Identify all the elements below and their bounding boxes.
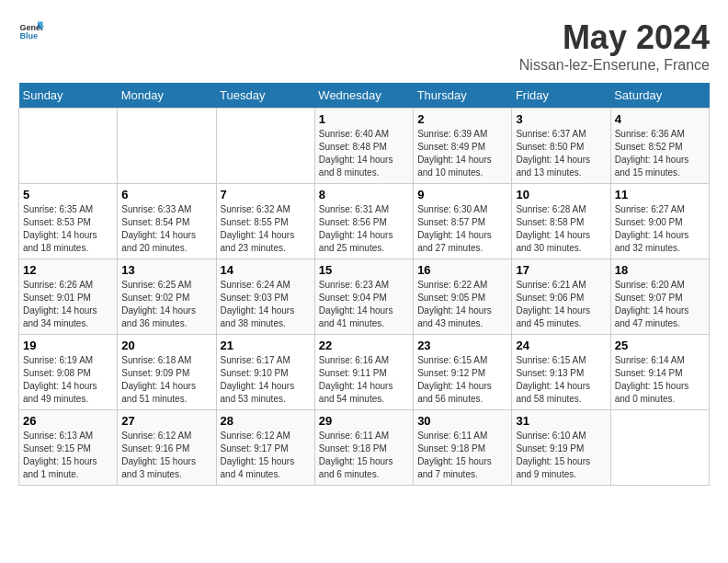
day-header-wednesday: Wednesday — [314, 83, 413, 109]
day-info: Sunrise: 6:15 AM Sunset: 9:12 PM Dayligh… — [417, 354, 507, 406]
day-cell: 17Sunrise: 6:21 AM Sunset: 9:06 PM Dayli… — [512, 259, 610, 335]
day-info: Sunrise: 6:14 AM Sunset: 9:14 PM Dayligh… — [615, 354, 705, 406]
day-number: 6 — [121, 188, 211, 201]
day-info: Sunrise: 6:28 AM Sunset: 8:58 PM Dayligh… — [516, 203, 606, 255]
day-cell: 7Sunrise: 6:32 AM Sunset: 8:55 PM Daylig… — [216, 184, 314, 259]
day-number: 14 — [221, 263, 311, 277]
day-info: Sunrise: 6:33 AM Sunset: 8:54 PM Dayligh… — [121, 203, 211, 255]
day-header-sunday: Sunday — [19, 83, 118, 109]
day-info: Sunrise: 6:12 AM Sunset: 9:16 PM Dayligh… — [121, 430, 211, 481]
day-number: 24 — [516, 339, 606, 352]
day-cell — [19, 109, 118, 184]
day-cell: 22Sunrise: 6:16 AM Sunset: 9:11 PM Dayli… — [314, 335, 413, 410]
day-header-monday: Monday — [118, 83, 216, 109]
day-cell: 1Sunrise: 6:40 AM Sunset: 8:48 PM Daylig… — [314, 109, 413, 184]
day-number: 29 — [319, 414, 409, 428]
day-number: 23 — [417, 339, 507, 352]
day-number: 26 — [23, 414, 113, 428]
day-cell: 2Sunrise: 6:39 AM Sunset: 8:49 PM Daylig… — [414, 109, 512, 184]
day-cell: 4Sunrise: 6:36 AM Sunset: 8:52 PM Daylig… — [610, 109, 709, 184]
calendar-body: 1Sunrise: 6:40 AM Sunset: 8:48 PM Daylig… — [19, 109, 710, 486]
day-info: Sunrise: 6:22 AM Sunset: 9:05 PM Dayligh… — [417, 279, 507, 330]
day-number: 13 — [121, 263, 211, 277]
calendar-header: SundayMondayTuesdayWednesdayThursdayFrid… — [19, 83, 710, 109]
day-cell: 12Sunrise: 6:26 AM Sunset: 9:01 PM Dayli… — [19, 259, 118, 335]
day-number: 31 — [516, 414, 606, 428]
day-number: 11 — [615, 188, 705, 201]
day-cell: 16Sunrise: 6:22 AM Sunset: 9:05 PM Dayli… — [414, 259, 512, 335]
day-info: Sunrise: 6:23 AM Sunset: 9:04 PM Dayligh… — [319, 279, 409, 330]
day-cell: 18Sunrise: 6:20 AM Sunset: 9:07 PM Dayli… — [610, 259, 709, 335]
day-info: Sunrise: 6:16 AM Sunset: 9:11 PM Dayligh… — [319, 354, 409, 406]
day-cell: 8Sunrise: 6:31 AM Sunset: 8:56 PM Daylig… — [314, 184, 413, 259]
day-info: Sunrise: 6:35 AM Sunset: 8:53 PM Dayligh… — [23, 203, 113, 255]
day-info: Sunrise: 6:10 AM Sunset: 9:19 PM Dayligh… — [516, 430, 606, 481]
day-header-tuesday: Tuesday — [216, 83, 314, 109]
logo: General Blue — [18, 18, 44, 44]
day-cell: 30Sunrise: 6:11 AM Sunset: 9:18 PM Dayli… — [414, 410, 512, 486]
day-cell: 14Sunrise: 6:24 AM Sunset: 9:03 PM Dayli… — [216, 259, 314, 335]
day-number: 17 — [516, 263, 606, 277]
day-number: 10 — [516, 188, 606, 201]
day-cell: 9Sunrise: 6:30 AM Sunset: 8:57 PM Daylig… — [414, 184, 512, 259]
day-info: Sunrise: 6:13 AM Sunset: 9:15 PM Dayligh… — [23, 430, 113, 481]
day-number: 5 — [23, 188, 113, 201]
day-cell: 27Sunrise: 6:12 AM Sunset: 9:16 PM Dayli… — [118, 410, 216, 486]
day-number: 19 — [23, 339, 113, 352]
day-info: Sunrise: 6:11 AM Sunset: 9:18 PM Dayligh… — [319, 430, 409, 481]
day-info: Sunrise: 6:20 AM Sunset: 9:07 PM Dayligh… — [615, 279, 705, 330]
day-cell: 11Sunrise: 6:27 AM Sunset: 9:00 PM Dayli… — [610, 184, 709, 259]
subtitle: Nissan-lez-Enserune, France — [519, 57, 710, 74]
day-header-friday: Friday — [512, 83, 610, 109]
day-cell: 28Sunrise: 6:12 AM Sunset: 9:17 PM Dayli… — [216, 410, 314, 486]
day-info: Sunrise: 6:18 AM Sunset: 9:09 PM Dayligh… — [121, 354, 211, 406]
week-row-4: 19Sunrise: 6:19 AM Sunset: 9:08 PM Dayli… — [19, 335, 710, 410]
day-number: 16 — [417, 263, 507, 277]
day-number: 30 — [417, 414, 507, 428]
day-info: Sunrise: 6:15 AM Sunset: 9:13 PM Dayligh… — [516, 354, 606, 406]
main-title: May 2024 — [519, 18, 710, 57]
svg-text:Blue: Blue — [19, 31, 38, 40]
day-cell: 31Sunrise: 6:10 AM Sunset: 9:19 PM Dayli… — [512, 410, 610, 486]
day-number: 8 — [319, 188, 409, 201]
day-info: Sunrise: 6:24 AM Sunset: 9:03 PM Dayligh… — [221, 279, 311, 330]
day-number: 15 — [319, 263, 409, 277]
day-cell: 13Sunrise: 6:25 AM Sunset: 9:02 PM Dayli… — [118, 259, 216, 335]
day-cell: 20Sunrise: 6:18 AM Sunset: 9:09 PM Dayli… — [118, 335, 216, 410]
day-number: 21 — [221, 339, 311, 352]
day-info: Sunrise: 6:12 AM Sunset: 9:17 PM Dayligh… — [221, 430, 311, 481]
calendar-table: SundayMondayTuesdayWednesdayThursdayFrid… — [18, 83, 710, 486]
day-cell: 6Sunrise: 6:33 AM Sunset: 8:54 PM Daylig… — [118, 184, 216, 259]
day-cell — [610, 410, 709, 486]
day-number: 3 — [516, 112, 606, 126]
logo-icon: General Blue — [18, 18, 44, 44]
day-info: Sunrise: 6:39 AM Sunset: 8:49 PM Dayligh… — [417, 128, 507, 179]
day-cell: 26Sunrise: 6:13 AM Sunset: 9:15 PM Dayli… — [19, 410, 118, 486]
day-number: 25 — [615, 339, 705, 352]
day-number: 28 — [221, 414, 311, 428]
day-number: 12 — [23, 263, 113, 277]
day-cell: 3Sunrise: 6:37 AM Sunset: 8:50 PM Daylig… — [512, 109, 610, 184]
day-cell — [216, 109, 314, 184]
week-row-5: 26Sunrise: 6:13 AM Sunset: 9:15 PM Dayli… — [19, 410, 710, 486]
day-number: 22 — [319, 339, 409, 352]
day-info: Sunrise: 6:21 AM Sunset: 9:06 PM Dayligh… — [516, 279, 606, 330]
title-block: May 2024 Nissan-lez-Enserune, France — [519, 18, 710, 74]
day-header-saturday: Saturday — [610, 83, 709, 109]
day-cell — [118, 109, 216, 184]
day-cell: 25Sunrise: 6:14 AM Sunset: 9:14 PM Dayli… — [610, 335, 709, 410]
day-number: 9 — [417, 188, 507, 201]
week-row-3: 12Sunrise: 6:26 AM Sunset: 9:01 PM Dayli… — [19, 259, 710, 335]
day-info: Sunrise: 6:17 AM Sunset: 9:10 PM Dayligh… — [221, 354, 311, 406]
day-number: 20 — [121, 339, 211, 352]
day-info: Sunrise: 6:32 AM Sunset: 8:55 PM Dayligh… — [221, 203, 311, 255]
header-row: SundayMondayTuesdayWednesdayThursdayFrid… — [19, 83, 710, 109]
day-info: Sunrise: 6:25 AM Sunset: 9:02 PM Dayligh… — [121, 279, 211, 330]
day-number: 4 — [615, 112, 705, 126]
day-number: 2 — [417, 112, 507, 126]
day-info: Sunrise: 6:26 AM Sunset: 9:01 PM Dayligh… — [23, 279, 113, 330]
day-number: 27 — [121, 414, 211, 428]
day-info: Sunrise: 6:27 AM Sunset: 9:00 PM Dayligh… — [615, 203, 705, 255]
day-info: Sunrise: 6:40 AM Sunset: 8:48 PM Dayligh… — [319, 128, 409, 179]
day-info: Sunrise: 6:11 AM Sunset: 9:18 PM Dayligh… — [417, 430, 507, 481]
